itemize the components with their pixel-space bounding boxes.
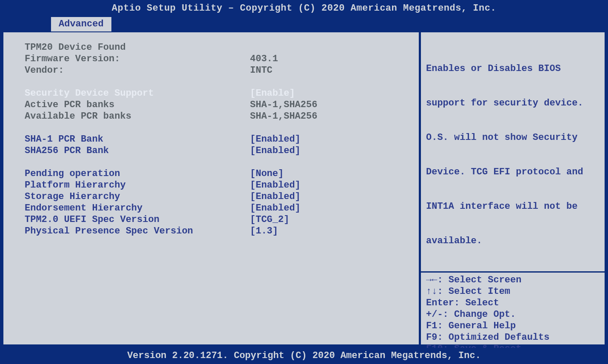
main-area: TPM20 Device Found Firmware Version: 403…: [0, 31, 608, 348]
help-line: support for security device.: [426, 97, 601, 109]
platform-hierarchy-row[interactable]: Platform Hierarchy [Enabled]: [25, 179, 406, 191]
tpm-found-row: TPM20 Device Found: [25, 42, 406, 53]
physical-presence-row[interactable]: Physical Presence Spec Version [1.3]: [25, 225, 406, 237]
storage-hierarchy-row[interactable]: Storage Hierarchy [Enabled]: [25, 191, 406, 202]
active-pcr-row: Active PCR banks SHA-1,SHA256: [25, 99, 406, 111]
separator: [421, 271, 605, 273]
sha1-bank-row[interactable]: SHA-1 PCR Bank [Enabled]: [25, 134, 406, 145]
help-pane: Enables or Disables BIOS support for sec…: [421, 32, 605, 344]
tpm-found-label: TPM20 Device Found: [25, 42, 250, 53]
firmware-version-label: Firmware Version:: [25, 53, 250, 65]
hint-change-opt: +/-: Change Opt.: [426, 309, 601, 320]
hint-select-item: ↑↓: Select Item: [426, 286, 601, 297]
sha1-bank-label: SHA-1 PCR Bank: [25, 134, 250, 145]
tpm-spec-version-row[interactable]: TPM2.0 UEFI Spec Version [TCG_2]: [25, 214, 406, 225]
platform-hierarchy-value: [Enabled]: [250, 179, 406, 191]
security-device-support-value: [Enable]: [250, 88, 406, 99]
available-pcr-value: SHA-1,SHA256: [250, 111, 406, 122]
platform-hierarchy-label: Platform Hierarchy: [25, 179, 250, 191]
hint-select-screen: →←: Select Screen: [426, 274, 601, 286]
footer-text: Version 2.20.1271. Copyright (C) 2020 Am…: [127, 350, 481, 361]
pending-operation-value: [None]: [250, 168, 406, 179]
pending-operation-row[interactable]: Pending operation [None]: [25, 168, 406, 179]
storage-hierarchy-value: [Enabled]: [250, 191, 406, 202]
title-bar: Aptio Setup Utility – Copyright (C) 2020…: [0, 0, 608, 17]
sha256-bank-row[interactable]: SHA256 PCR Bank [Enabled]: [25, 145, 406, 156]
endorsement-hierarchy-row[interactable]: Endorsement Hierarchy [Enabled]: [25, 202, 406, 214]
bios-setup-screen: Aptio Setup Utility – Copyright (C) 2020…: [0, 0, 608, 364]
active-pcr-label: Active PCR banks: [25, 99, 250, 111]
security-device-support-row[interactable]: Security Device Support [Enable]: [25, 88, 406, 99]
hint-optimized-defaults: F9: Optimized Defaults: [426, 332, 601, 343]
help-text: Enables or Disables BIOS support for sec…: [426, 40, 601, 270]
help-line: O.S. will not show Security: [426, 132, 601, 143]
tab-row: Advanced: [0, 17, 608, 31]
hint-enter: Enter: Select: [426, 297, 601, 309]
endorsement-hierarchy-value: [Enabled]: [250, 202, 406, 214]
storage-hierarchy-label: Storage Hierarchy: [25, 191, 250, 202]
physical-presence-value: [1.3]: [250, 225, 406, 237]
vendor-row: Vendor: INTC: [25, 65, 406, 76]
security-device-support-label: Security Device Support: [25, 88, 250, 99]
active-pcr-value: SHA-1,SHA256: [250, 99, 406, 111]
help-line: Device. TCG EFI protocol and: [426, 166, 601, 178]
tpm-spec-version-label: TPM2.0 UEFI Spec Version: [25, 214, 250, 225]
pending-operation-label: Pending operation: [25, 168, 250, 179]
tab-label: Advanced: [59, 19, 104, 29]
available-pcr-row: Available PCR banks SHA-1,SHA256: [25, 111, 406, 122]
title-text: Aptio Setup Utility – Copyright (C) 2020…: [112, 3, 496, 14]
help-line: Enables or Disables BIOS: [426, 63, 601, 74]
tab-advanced[interactable]: Advanced: [51, 17, 111, 31]
help-line: available.: [426, 235, 601, 247]
firmware-version-value: 403.1: [250, 53, 406, 65]
footer-bar: Version 2.20.1271. Copyright (C) 2020 Am…: [0, 348, 608, 364]
hint-general-help: F1: General Help: [426, 320, 601, 332]
vendor-label: Vendor:: [25, 65, 250, 76]
sha256-bank-label: SHA256 PCR Bank: [25, 145, 250, 156]
settings-pane: TPM20 Device Found Firmware Version: 403…: [3, 32, 421, 344]
vendor-value: INTC: [250, 65, 406, 76]
physical-presence-label: Physical Presence Spec Version: [25, 225, 250, 237]
endorsement-hierarchy-label: Endorsement Hierarchy: [25, 202, 250, 214]
help-line: INT1A interface will not be: [426, 201, 601, 212]
sha256-bank-value: [Enabled]: [250, 145, 406, 156]
available-pcr-label: Available PCR banks: [25, 111, 250, 122]
firmware-version-row: Firmware Version: 403.1: [25, 53, 406, 65]
sha1-bank-value: [Enabled]: [250, 134, 406, 145]
tpm-spec-version-value: [TCG_2]: [250, 214, 406, 225]
